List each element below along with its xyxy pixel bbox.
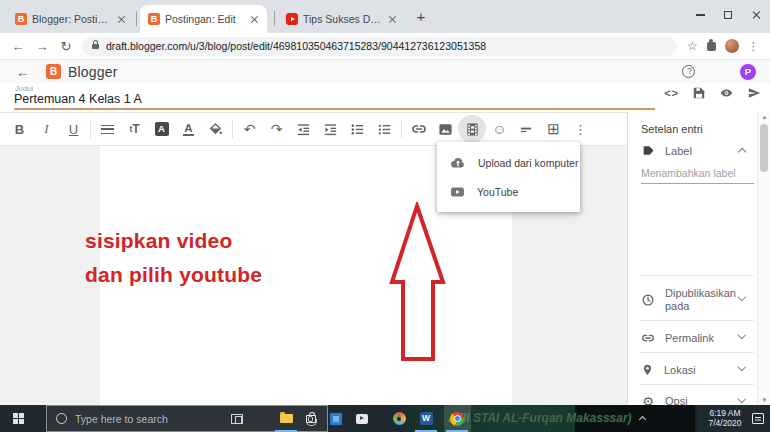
browser-tab-blogger-postingan[interactable]: Blogger: Postingan [7,5,134,33]
save-icon[interactable] [692,86,706,100]
text-background-color-button[interactable]: A [148,115,175,143]
sidebar-section-title: Label [665,145,739,158]
insert-table-icon[interactable]: ⊞ [540,115,567,143]
add-label-input[interactable] [641,167,747,179]
word-button[interactable] [413,405,439,432]
tab-close-icon[interactable] [388,15,397,24]
window-minimize-button[interactable] [686,0,714,30]
browser-profile-avatar[interactable] [725,39,739,53]
google-apps-grid-icon[interactable] [711,65,724,78]
toolbar-separator [401,120,402,138]
indent-decrease-button[interactable] [290,115,317,143]
blogger-header: ← Blogger P [0,60,770,83]
minimize-icon [696,14,705,15]
chrome-button[interactable] [444,405,470,432]
reload-icon[interactable]: ↻ [54,39,78,54]
url-omnibox[interactable]: draft.blogger.com/u/3/blog/post/edit/469… [82,37,677,56]
chevron-down-icon[interactable] [738,331,746,339]
undo-button[interactable]: ↶ [236,115,263,143]
store-button[interactable] [298,405,324,432]
insert-special-button[interactable] [513,115,540,143]
help-icon[interactable] [682,65,695,78]
tab-title: Postingan: Edit [165,13,244,25]
chevron-up-icon[interactable] [738,148,746,156]
back-icon[interactable]: ← [6,39,30,54]
insert-emoji-icon[interactable]: ☺ [486,115,513,143]
post-settings-sidebar: Setelan entri Label Dipublikasikan pada … [627,112,757,405]
insert-image-icon[interactable] [432,115,459,143]
sidebar-section-published-on[interactable]: Dipublikasikan pada [641,287,745,313]
action-center-icon[interactable] [752,413,764,424]
taskbar-clock[interactable]: 6:19 AM 7/4/2020 [703,409,747,428]
start-button[interactable] [13,413,24,424]
publish-send-icon[interactable] [747,86,762,100]
task-view-icon [231,414,243,424]
tab-close-icon[interactable] [117,15,126,24]
insert-link-icon[interactable] [405,115,432,143]
bookmark-star-icon[interactable]: ☆ [687,39,698,53]
forward-icon[interactable]: → [30,39,54,54]
window-maximize-button[interactable] [714,0,742,30]
scroll-up-arrow[interactable]: ▲ [758,114,770,120]
edge-button[interactable] [248,405,274,432]
annotation-arrow-up [377,202,459,364]
redo-button[interactable]: ↷ [263,115,290,143]
paint3d-button[interactable] [386,405,412,432]
chevron-down-icon[interactable] [738,293,746,301]
menu-item-youtube[interactable]: YouTube [437,177,580,206]
post-title-input[interactable] [14,92,614,106]
menu-item-upload-from-computer[interactable]: Upload dari komputer [437,148,580,177]
folder-icon [280,414,293,423]
task-view-button[interactable] [224,405,250,432]
sidebar-section-permalink[interactable]: Permalink [641,331,745,345]
menu-item-label: YouTube [477,186,518,198]
account-avatar[interactable]: P [740,64,756,80]
indent-increase-button[interactable] [317,115,344,143]
windows-taskbar: A III STAI AL-Furqan Makasssar) 6:19 AM … [0,405,770,432]
movies-button[interactable] [349,405,375,432]
browser-tab-youtube-video[interactable]: Tips Sukses Diusia Muda Versi Al [278,5,405,33]
browser-menu-icon[interactable]: ⋮ [748,40,759,53]
tab-title: Blogger: Postingan [32,13,111,25]
text-color-button[interactable]: A [175,115,202,143]
insert-video-icon[interactable] [459,115,486,143]
new-tab-button[interactable]: + [413,9,429,25]
permalink-chain-icon [641,331,655,345]
browser-tab-strip: Blogger: Postingan Postingan: Edit Tips … [0,0,770,33]
font-size-button[interactable]: tT [121,115,148,143]
more-options-icon[interactable]: ⋮ [567,115,594,143]
underline-button[interactable]: U [60,115,87,143]
sidebar-scrollbar[interactable]: ▲ ▼ [757,112,770,405]
browser-tab-postingan-edit[interactable]: Postingan: Edit [140,5,267,33]
scrollbar-thumb[interactable] [760,124,768,172]
paragraph-style-button[interactable] [94,115,121,143]
lock-icon [92,44,99,49]
preview-eye-icon[interactable] [719,86,734,100]
bold-button[interactable]: B [6,115,33,143]
sidebar-section-label[interactable]: Label [641,144,745,158]
chevron-down-icon[interactable] [738,363,746,371]
sidebar-section-location[interactable]: Lokasi [641,363,745,377]
sidebar-divider [641,384,754,385]
chevron-down-icon[interactable] [738,395,746,403]
editor-toolbar: B I U tT A A ↶ ↷ [0,112,627,146]
numbered-list-button[interactable] [371,115,398,143]
annotation-line-1: sisipkan video [85,224,262,258]
file-explorer-button[interactable] [273,405,299,432]
sidebar-section-title: Permalink [665,332,739,345]
back-to-posts-icon[interactable]: ← [16,64,30,80]
youtube-favicon [286,13,298,25]
window-close-button[interactable] [742,0,770,30]
close-icon [751,10,761,20]
chrome-icon [450,412,464,426]
italic-button[interactable]: I [33,115,60,143]
bulleted-list-button[interactable] [344,115,371,143]
html-view-icon[interactable] [664,87,679,99]
tab-close-icon[interactable] [250,15,259,24]
label-tag-icon [641,144,655,158]
extensions-puzzle-icon[interactable] [707,42,716,51]
annotation-line-2: dan pilih youtube [85,258,262,292]
photos-button[interactable] [323,405,349,432]
scroll-down-arrow[interactable]: ▼ [758,397,770,403]
fill-color-bucket-icon[interactable] [202,115,229,143]
